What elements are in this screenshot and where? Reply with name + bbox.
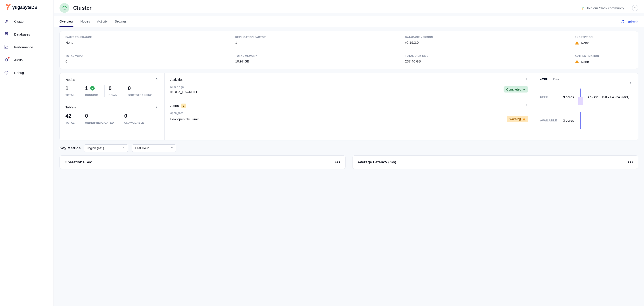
alert-sub: open_files xyxy=(170,111,528,115)
nodes-down-label: DOWN xyxy=(108,94,118,97)
metric-menu-latency[interactable]: ••• xyxy=(628,160,633,165)
nodes-total-label: TOTAL xyxy=(66,94,74,97)
available-bar xyxy=(578,112,584,129)
nodes-total-num: 1 xyxy=(66,85,74,91)
sidebar-item-debug[interactable]: Debug xyxy=(0,66,54,79)
svg-rect-11 xyxy=(524,119,524,120)
nav-label: Debug xyxy=(14,71,24,75)
svg-rect-7 xyxy=(577,42,577,43)
sidebar-item-databases[interactable]: Databases xyxy=(0,28,54,41)
resource-used-row: USED 3 cores 47.74% 198.71.48.248 (az1) xyxy=(540,89,632,105)
used-bar xyxy=(578,89,584,105)
svg-rect-9 xyxy=(577,61,577,62)
database-icon xyxy=(4,32,9,37)
replication-label: REPLICATION FACTOR xyxy=(235,36,405,38)
total-memory-value: 10.97 GB xyxy=(235,59,405,63)
activities-expand[interactable] xyxy=(525,77,528,82)
tablets-unavail-num: 0 xyxy=(124,113,144,119)
rocket-icon xyxy=(4,19,9,24)
nav-label: Databases xyxy=(14,32,30,36)
resources-expand[interactable] xyxy=(629,81,632,85)
svg-rect-4 xyxy=(582,7,584,8)
svg-rect-10 xyxy=(577,62,577,63)
tablets-title: Tablets xyxy=(66,105,76,109)
tablets-total-label: TOTAL xyxy=(66,121,74,124)
tablets-under-num: 0 xyxy=(85,113,114,119)
alert-item: Low open file ulimit Warning xyxy=(170,116,528,122)
slack-link[interactable]: Join our Slack community xyxy=(580,6,624,10)
key-metrics-title: Key Metrics xyxy=(60,146,80,150)
question-icon: ? xyxy=(634,6,636,10)
metric-card-latency: Average Latency (ms) ••• xyxy=(352,155,638,169)
alerts-expand[interactable] xyxy=(525,104,528,108)
total-disk-value: 237.46 GB xyxy=(405,59,575,63)
logo-text: yugabyteDB xyxy=(12,5,38,10)
auth-value: None xyxy=(581,60,589,64)
nodes-down-num: 0 xyxy=(108,85,118,91)
check-icon xyxy=(523,88,526,91)
warning-icon xyxy=(575,59,579,64)
tab-bar: Overview Nodes Activity Settings Refresh xyxy=(54,16,644,27)
logo-icon xyxy=(4,4,10,10)
sidebar-item-performance[interactable]: Performance xyxy=(0,41,54,53)
timerange-select[interactable]: Last Hour xyxy=(132,145,176,152)
metric-card-ops: Operations/Sec ••• xyxy=(60,155,346,169)
activity-name: INDEX_BACKFILL xyxy=(170,90,198,94)
check-circle-icon xyxy=(90,86,95,91)
panels-card: Nodes 1 TOTAL 1 xyxy=(60,73,638,141)
activities-title: Activities xyxy=(170,78,183,81)
tab-activity[interactable]: Activity xyxy=(97,16,108,27)
tablets-unavail-label: UNAVAILABLE xyxy=(124,121,144,124)
nodes-running-num: 1 xyxy=(85,85,88,91)
resource-tab-vcpu[interactable]: vCPU xyxy=(540,77,548,83)
chevron-down-icon xyxy=(170,146,174,150)
svg-rect-6 xyxy=(580,8,582,8)
bell-icon xyxy=(4,57,9,62)
used-pct: 47.74% xyxy=(588,95,598,99)
nodes-running-label: RUNNING xyxy=(85,94,98,97)
nav: Cluster Databases Performance Alerts Deb… xyxy=(0,15,54,79)
encryption-value: None xyxy=(581,41,589,45)
fault-tolerance-value: None xyxy=(66,41,235,44)
nodes-title: Nodes xyxy=(66,78,75,81)
metric-title-ops: Operations/Sec xyxy=(64,160,92,164)
available-label: AVAILABLE xyxy=(540,119,560,122)
sidebar-item-cluster[interactable]: Cluster xyxy=(0,15,54,28)
slack-icon xyxy=(580,6,584,10)
tab-nodes[interactable]: Nodes xyxy=(80,16,90,27)
used-label: USED xyxy=(540,95,560,99)
help-button[interactable]: ? xyxy=(632,5,638,11)
refresh-icon xyxy=(621,20,625,24)
metric-menu-ops[interactable]: ••• xyxy=(335,160,340,165)
svg-point-1 xyxy=(5,32,8,33)
chevron-right-icon xyxy=(155,105,158,109)
nav-label: Alerts xyxy=(14,58,22,62)
activity-item: 51.9 s ago INDEX_BACKFILL Completed xyxy=(170,85,528,94)
used-host: 198.71.48.248 (az1) xyxy=(602,95,630,99)
sidebar-item-alerts[interactable]: Alerts xyxy=(0,53,54,66)
activity-time: 51.9 s ago xyxy=(170,85,198,89)
nav-label: Performance xyxy=(14,45,33,49)
chevron-right-icon xyxy=(525,104,528,107)
refresh-button[interactable]: Refresh xyxy=(621,20,638,24)
svg-point-2 xyxy=(6,72,7,73)
chevron-down-icon xyxy=(123,146,126,150)
tab-overview[interactable]: Overview xyxy=(60,16,74,27)
tablets-under-label: UNDER-REPLICATED xyxy=(85,121,114,124)
resource-tab-disk[interactable]: Disk xyxy=(553,77,559,83)
tab-settings[interactable]: Settings xyxy=(114,16,126,27)
chevron-right-icon xyxy=(525,77,528,81)
nodes-expand[interactable] xyxy=(155,77,158,82)
region-select[interactable]: region (az1) xyxy=(84,145,128,152)
svg-rect-12 xyxy=(524,120,524,120)
encryption-label: ENCRYPTION xyxy=(575,36,632,38)
svg-rect-5 xyxy=(582,8,582,10)
warning-icon xyxy=(522,118,526,121)
total-memory-label: TOTAL MEMORY xyxy=(235,54,405,57)
nodes-boot-label: BOOTSTRAPPING xyxy=(128,94,152,97)
main: Cluster Join our Slack community ? Overv… xyxy=(54,0,644,306)
warning-icon xyxy=(575,41,579,45)
nodes-boot-num: 0 xyxy=(128,85,152,91)
tablets-expand[interactable] xyxy=(155,105,158,109)
status-badge-warning: Warning xyxy=(507,116,528,122)
